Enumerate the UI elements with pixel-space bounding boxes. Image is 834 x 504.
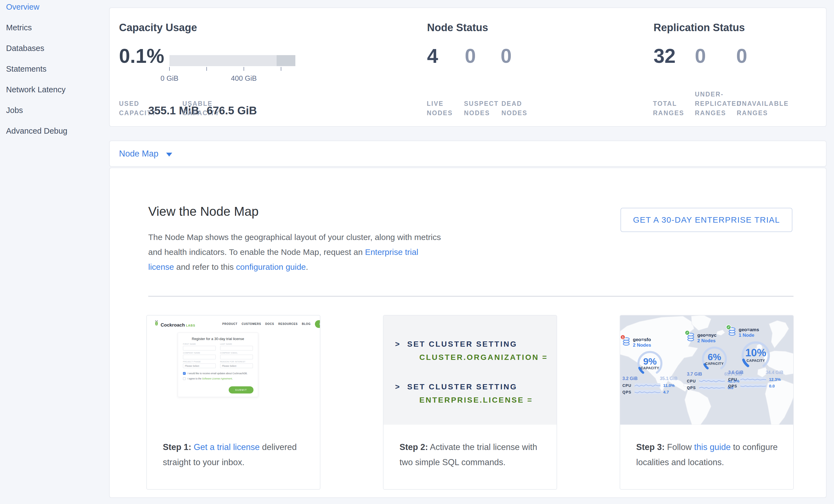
locality-name: geo=ams [739, 327, 759, 333]
replication-status-title: Replication Status [654, 22, 745, 34]
under-replicated-ranges-value: 0 [695, 46, 706, 66]
cpu-sparkline [740, 377, 766, 381]
node-map-enable-panel: View the Node Map The Node Map shows the… [109, 168, 827, 498]
locality-node-count: 1 Node [739, 333, 759, 338]
sql-command-line: > SET CLUSTER SETTING [395, 382, 518, 391]
mini-site-download-button: DOWNLOAD [315, 320, 320, 328]
cockroach-labs-logo: Cockroach LABS [154, 320, 195, 328]
axis-tick [281, 67, 281, 71]
cpu-metric: CPU 12.3% [728, 377, 783, 382]
node-status-title: Node Status [427, 22, 488, 34]
live-nodes-value: 4 [427, 46, 438, 66]
mini-site-nav: Cockroach LABS PRODUCT CUSTOMERS DOCS RE… [154, 320, 287, 328]
qps-value: 4.7 [663, 390, 678, 394]
sidebar-item-databases[interactable]: Databases [0, 38, 109, 59]
description-text: and refer to this [174, 262, 236, 271]
get-trial-license-link[interactable]: Get a trial license [194, 442, 260, 452]
capacity-label: CAPACITY [700, 362, 729, 366]
cpu-value: 12.3% [769, 377, 783, 382]
sql-setting-line: CLUSTER.ORGANIZATION = [419, 353, 548, 362]
trial-license-site-screenshot: Cockroach LABS PRODUCT CUSTOMERS DOCS RE… [147, 315, 320, 425]
locality-sfo: 1 geo=sfo 2 Nodes [622, 337, 678, 394]
sidebar-item-advanced-debug[interactable]: Advanced Debug [0, 121, 109, 141]
this-guide-link[interactable]: this guide [694, 442, 731, 452]
mini-site-nav-links: PRODUCT CUSTOMERS DOCS RESOURCES BLOG [222, 323, 315, 325]
capacity-usage-percent: 0.1% [119, 46, 164, 66]
cpu-sparkline [699, 379, 725, 383]
first-name-field [183, 346, 216, 351]
usable-capacity-value: 676.5 GiB [207, 105, 257, 117]
sidebar-item-network-latency[interactable]: Network Latency [0, 79, 109, 100]
checkbox-unchecked-icon [183, 377, 186, 380]
node-map-dropdown[interactable]: Node Map [119, 149, 172, 159]
locality-name: geo=nyc [697, 333, 716, 338]
axis-tick-label: 0 GiB [154, 74, 185, 83]
qps-sparkline [740, 384, 766, 388]
qps-value: 0.0 [769, 384, 783, 388]
locality-name: geo=sfo [633, 337, 651, 343]
qps-metric: QPS 0.0 [728, 384, 783, 388]
sql-commands-preview: > SET CLUSTER SETTING CLUSTER.ORGANIZATI… [383, 315, 556, 425]
divider [148, 296, 793, 297]
sidebar-item-jobs[interactable]: Jobs [0, 100, 109, 121]
capacity-gauge: 10% CAPACITY [739, 339, 772, 372]
error-badge-icon: 1 [620, 334, 626, 340]
trial-register-form: Register for a 30-day trial license FIRS… [178, 333, 258, 397]
capacity-percent: 6% [700, 352, 729, 363]
capacity-label: CAPACITY [739, 359, 772, 363]
ok-badge-icon: ✓ [685, 330, 690, 335]
configuration-guide-link[interactable]: configuration guide [236, 262, 306, 271]
cockroach-logo-icon [154, 320, 159, 327]
axis-tick [206, 67, 207, 71]
trial-register-form-title: Register for a 30-day trial license [183, 337, 253, 341]
capacity-usage-title: Capacity Usage [119, 22, 197, 34]
sidebar-item-overview[interactable]: Overview [0, 0, 109, 17]
capacity-usage-bar [170, 55, 295, 66]
sql-command-line: > SET CLUSTER SETTING [395, 340, 518, 349]
qps-metric: QPS 4.7 [622, 390, 678, 394]
cpu-value: 11.0% [663, 383, 678, 388]
page-title: View the Node Map [148, 204, 259, 219]
mini-site-submit-button: SUBMIT [229, 386, 254, 394]
suspect-nodes-value: 0 [465, 46, 476, 66]
last-name-field [220, 346, 253, 351]
cpu-metric: CPU 11.0% [622, 383, 678, 388]
get-enterprise-trial-button[interactable]: GET A 30-DAY ENTERPRISE TRIAL [620, 208, 792, 232]
step-1-caption: Step 1: Get a trial license delivered st… [163, 439, 309, 470]
locality-ams: ✓ geo=ams 1 Node [728, 327, 783, 388]
qps-sparkline [635, 390, 660, 394]
unavailable-ranges-value: 0 [736, 46, 747, 66]
ok-badge-icon: ✓ [726, 325, 731, 330]
qps-sparkline [699, 386, 725, 390]
dead-nodes-label: DEAD NODES [501, 99, 527, 118]
cluster-summary-card: Capacity Usage 0.1% 0 GiB 400 GiB USED C… [109, 7, 827, 127]
suspect-nodes-label: SUSPECT NODES [464, 99, 499, 118]
under-replicated-ranges-label: UNDER- REPLICATED RANGES [695, 90, 742, 118]
live-nodes-label: LIVE NODES [427, 99, 453, 118]
node-map-description: The Node Map shows the geographical layo… [148, 230, 444, 275]
step-3-card: 1 geo=sfo 2 Nodes [620, 315, 794, 490]
step-1-card: Cockroach LABS PRODUCT CUSTOMERS DOCS RE… [146, 315, 321, 490]
email-updates-checkbox-label: I would like to receive email updates ab… [188, 372, 247, 375]
sidebar-item-metrics[interactable]: Metrics [0, 17, 109, 38]
total-ranges-label: TOTAL RANGES [653, 99, 684, 118]
sql-setting-line: ENTERPRISE.LICENSE = [419, 396, 533, 404]
axis-tick-label: 400 GiB [225, 74, 262, 83]
sidebar-item-statements[interactable]: Statements [0, 59, 109, 79]
node-map-dropdown-label: Node Map [119, 149, 158, 159]
capacity-percent: 9% [635, 356, 665, 367]
dead-nodes-value: 0 [501, 46, 512, 66]
description-text: . [306, 262, 308, 271]
capacity-other-usage-segment [277, 55, 295, 66]
capacity-gauge: 9% CAPACITY [635, 349, 665, 378]
company-email-field [220, 355, 253, 359]
axis-tick [169, 67, 170, 71]
unavailable-ranges-label: UNAVAILABLE RANGES [737, 99, 789, 118]
license-agreement-checkbox-label: I agree to the Software License Agreemen… [188, 377, 233, 380]
step-3-caption: Step 3: Follow this guide to configure l… [636, 439, 782, 470]
capacity-label: CAPACITY [635, 366, 665, 370]
capacity-gauge: 6% CAPACITY [700, 345, 729, 373]
view-selector-bar: Node Map [109, 140, 827, 167]
locality-node-count: 2 Nodes [697, 338, 716, 344]
project-phase-select: Please Select [183, 364, 216, 368]
